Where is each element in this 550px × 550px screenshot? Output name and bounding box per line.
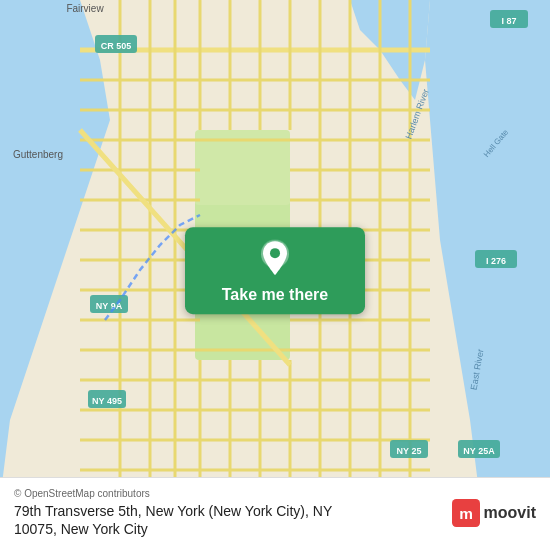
location-address: 79th Transverse 5th, New York (New York … bbox=[14, 502, 442, 538]
moovit-logo: m moovit bbox=[452, 499, 536, 527]
svg-text:CR 505: CR 505 bbox=[101, 41, 132, 51]
svg-text:NY 495: NY 495 bbox=[92, 396, 122, 406]
location-pin-icon bbox=[259, 239, 291, 280]
svg-text:I 276: I 276 bbox=[486, 256, 506, 266]
address-line2: 10075, New York City bbox=[14, 521, 148, 537]
moovit-brand-name: moovit bbox=[484, 504, 536, 522]
info-bar: © OpenStreetMap contributors 79th Transv… bbox=[0, 477, 550, 550]
address-line1: 79th Transverse 5th, New York (New York … bbox=[14, 503, 332, 519]
svg-text:NY 25: NY 25 bbox=[397, 446, 422, 456]
svg-text:m: m bbox=[459, 504, 473, 521]
svg-text:Guttenberg: Guttenberg bbox=[13, 149, 63, 160]
map-container: CR 505 NY 9A NY 495 I 87 I 276 NY 25 NY … bbox=[0, 0, 550, 550]
svg-text:Fairview: Fairview bbox=[66, 3, 104, 14]
take-me-there-label: Take me there bbox=[222, 286, 328, 304]
moovit-icon: m bbox=[452, 499, 480, 527]
location-info-block: © OpenStreetMap contributors 79th Transv… bbox=[14, 488, 442, 538]
osm-attribution: © OpenStreetMap contributors bbox=[14, 488, 442, 499]
svg-text:NY 25A: NY 25A bbox=[463, 446, 495, 456]
svg-point-64 bbox=[270, 248, 280, 258]
svg-text:I 87: I 87 bbox=[501, 16, 516, 26]
take-me-there-button[interactable]: Take me there bbox=[185, 227, 365, 314]
